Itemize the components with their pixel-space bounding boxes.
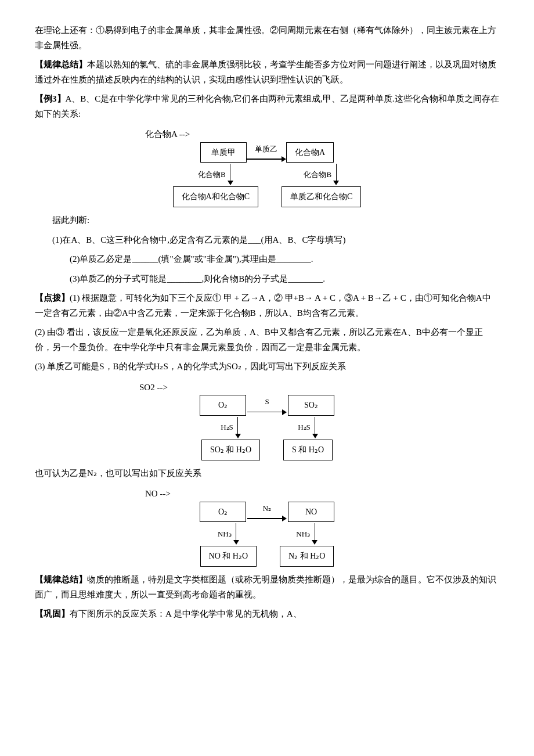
questions-intro: 据此判断:	[52, 213, 499, 228]
d3-box-NO: NO	[288, 502, 334, 523]
d1-arrow-left-down	[228, 164, 233, 185]
d1-arrow-right-down	[333, 164, 339, 185]
question2: (2)单质乙必定是______(填"金属"或"非金属"),其理由是_______…	[70, 252, 499, 267]
d1-arrow-top: 单质乙	[247, 143, 286, 162]
d1-box-AandC: 化合物A和化合物C	[173, 186, 258, 207]
d3-arrow-left-down	[233, 523, 239, 545]
intro-para1: 在理论上还有：①易得到电子的非金属单质，其非金属性强。②同周期元素在右侧（稀有气…	[35, 23, 499, 53]
d3-box-NOH2O: NO 和 H₂O	[200, 546, 257, 567]
consolidate-block: 【巩固】有下图所示的反应关系：A 是中学化学中常见的无机物，A、	[35, 607, 499, 622]
diagram3: NO --> O₂ N₂ NO NH₃	[145, 487, 389, 567]
page-content: 在理论上还有：①易得到电子的非金属单质，其非金属性强。②同周期元素在右侧（稀有气…	[35, 23, 499, 622]
diagram2: SO2 --> O₂ S SO₂ H₂S	[139, 380, 395, 460]
d3-arrow-top: N₂	[247, 502, 287, 521]
d3-label-left: NH₃	[218, 528, 232, 541]
solution-text3: (3) 单质乙可能是S，B的化学式H₂S，A的化学式为SO₂，因此可写出下列反应…	[35, 359, 499, 375]
d3-label-right: NH₃	[296, 528, 310, 541]
alt-text: 也可认为乙是N₂，也可以写出如下反应关系	[35, 466, 499, 481]
d3-box-O2: O₂	[200, 502, 246, 523]
question1: (1)在A、B、C这三种化合物中,必定含有乙元素的是___(用A、B、C字母填写…	[52, 233, 499, 248]
solution-text2: (2) 由③ 看出，该反应一定是氧化还原反应，乙为单质，A、B中又都含有乙元素，…	[35, 325, 499, 355]
d2-box-SH2O: S 和 H₂O	[283, 440, 333, 460]
d2-label-left: H₂S	[221, 421, 233, 434]
d2-box-O2: O₂	[200, 395, 246, 416]
example3-block: 【例3】A、B、C是在中学化学中常见的三种化合物,它们各由两种元素组成,甲、乙是…	[35, 92, 499, 121]
d3-box-N2H2O: N₂ 和 H₂O	[280, 546, 334, 567]
d2-box-SO2H2O: SO₂ 和 H₂O	[201, 440, 260, 460]
d1-label-right: 化合物B	[304, 168, 331, 181]
d2-box-SO2: SO₂	[288, 395, 334, 416]
summary2-block: 【规律总结】物质的推断题，特别是文字类框图题（或称无明显物质类推断题），是最为综…	[35, 573, 499, 602]
summary1-block: 【规律总结】本题以熟知的氯气、硫的非金属单质强弱比较，考查学生能否多方位对同一问…	[35, 57, 499, 87]
d1-box-huahewuA: 化合物A	[286, 142, 334, 163]
d2-arrow-top: S	[247, 395, 287, 415]
solution-block: 【点拨】(1) 根据题意，可转化为如下三个反应① 甲 + 乙→A，② 甲+B→ …	[35, 291, 499, 321]
question3: (3)单质乙的分子式可能是________,则化合物B的分子式是________…	[70, 272, 499, 287]
d2-arrow-left-down	[235, 417, 241, 438]
d2-arrow-right-down	[312, 417, 318, 438]
d3-arrow-right-down	[312, 523, 317, 545]
d1-box-danduyiC: 单质乙和化合物C	[282, 186, 361, 207]
diagram1: 化合物A --> 单质甲 单质乙 化合物A 化合物B	[145, 127, 389, 207]
d1-label-left: 化合物B	[198, 168, 226, 181]
d1-box-danduzhi: 单质甲	[200, 142, 247, 163]
d2-label-right: H₂S	[298, 421, 311, 434]
